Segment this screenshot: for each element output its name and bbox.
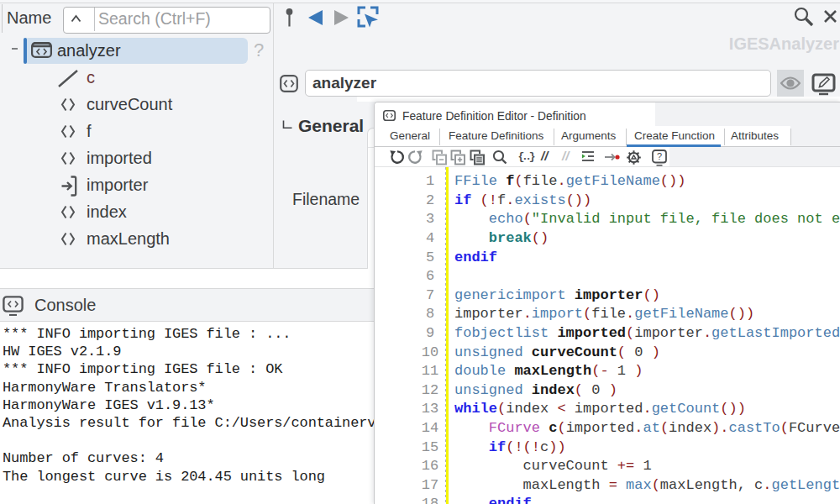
- svg-text:?: ?: [657, 151, 662, 161]
- svg-text:{..}: {..}: [518, 150, 536, 163]
